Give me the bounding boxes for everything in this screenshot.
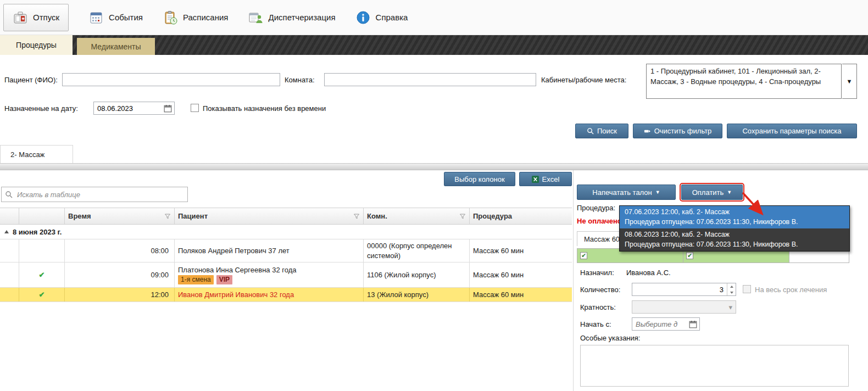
procedure-cell: Массаж 60 мин bbox=[470, 262, 572, 287]
save-search-params-button[interactable]: Сохранить параметры поиска bbox=[727, 124, 857, 138]
tab-medicaments[interactable]: Медикаменты bbox=[77, 38, 155, 55]
choose-columns-button[interactable]: Выбор колонок bbox=[444, 172, 515, 186]
toolbar-item-schedules[interactable]: Расписания bbox=[163, 10, 228, 25]
quantity-input[interactable] bbox=[632, 283, 727, 295]
header-procedure[interactable]: Процедура bbox=[470, 208, 572, 224]
patient-input[interactable] bbox=[62, 73, 280, 86]
toolbar-item-events[interactable]: События bbox=[88, 10, 143, 25]
pay-menu-item[interactable]: 07.06.2023 12:00, каб. 2- Массаж Процеду… bbox=[620, 206, 849, 228]
dispense-icon bbox=[13, 10, 28, 25]
column-label: Время bbox=[68, 212, 91, 220]
toolbar-item-dispense[interactable]: Отпуск bbox=[3, 4, 69, 31]
room-input[interactable] bbox=[324, 73, 536, 86]
button-label: Оплатить bbox=[692, 188, 724, 197]
spinner bbox=[727, 283, 736, 295]
schedules-icon bbox=[163, 10, 178, 25]
collapse-icon[interactable] bbox=[4, 230, 9, 233]
header-time[interactable]: Время bbox=[65, 208, 175, 224]
header-room[interactable]: Комн. bbox=[364, 208, 470, 224]
application-window: Отпуск События Расписания Диспетчеризаци… bbox=[0, 0, 868, 391]
row-indicator-cell bbox=[0, 288, 19, 301]
quantity-stepper[interactable] bbox=[632, 283, 736, 296]
header-indicator-column[interactable] bbox=[0, 208, 19, 224]
full-course-label: На весь срок лечения bbox=[755, 286, 827, 294]
toolbar-item-label: События bbox=[109, 13, 143, 22]
search-icon bbox=[5, 191, 13, 198]
tab-label: Процедуры bbox=[16, 41, 57, 49]
start-date-input[interactable] bbox=[632, 317, 700, 331]
row-indicator-cell bbox=[0, 262, 19, 287]
cabinet-tab-massage[interactable]: 2- Массаж bbox=[0, 145, 73, 163]
date-input[interactable] bbox=[93, 102, 175, 115]
calendar-icon[interactable] bbox=[163, 104, 173, 113]
header-status-column[interactable] bbox=[19, 208, 65, 224]
date-group-row[interactable]: 8 июня 2023 г. bbox=[0, 225, 572, 239]
button-label: Поиск bbox=[597, 127, 617, 135]
vip-badge: VIP bbox=[216, 275, 232, 284]
check-icon: ✔ bbox=[687, 253, 692, 259]
check-icon: ✔ bbox=[581, 253, 586, 259]
table-row[interactable]: 08:00 Поляков Андрей Петрович 37 лет 000… bbox=[0, 239, 572, 262]
time-cell: 12:00 bbox=[65, 288, 175, 301]
pay-menu-item[interactable]: 08.06.2023 12:00, каб. 2- Массаж Процеду… bbox=[620, 228, 849, 251]
button-label: Очистить фильтр bbox=[654, 127, 712, 135]
toolbar-item-help[interactable]: Справка bbox=[355, 10, 408, 25]
help-icon bbox=[355, 10, 371, 25]
special-notes-label: Особые указания: bbox=[580, 334, 640, 342]
pay-button[interactable]: Оплатить ▼ bbox=[681, 185, 743, 200]
filter-funnel-icon[interactable] bbox=[459, 213, 466, 220]
procedure-label: Процедура: bbox=[577, 204, 615, 212]
button-label: Excel bbox=[542, 175, 560, 183]
dispatch-icon bbox=[248, 10, 263, 25]
button-label: Выбор колонок bbox=[454, 175, 504, 183]
header-patient[interactable]: Пациент bbox=[175, 208, 364, 224]
table-search bbox=[1, 187, 188, 202]
check-icon: ✔ bbox=[23, 291, 61, 299]
payment-status: Не оплачено bbox=[577, 217, 622, 225]
toolbar-item-label: Расписания bbox=[183, 13, 228, 22]
button-label: Сохранить параметры поиска bbox=[742, 127, 841, 135]
session-checkbox[interactable]: ✔ bbox=[686, 252, 693, 259]
time-cell: 09:00 bbox=[65, 262, 175, 287]
cabinets-label: Кабинеты/рабочие места: bbox=[541, 76, 626, 84]
full-course-checkbox[interactable] bbox=[743, 285, 751, 293]
table-search-input[interactable] bbox=[16, 190, 184, 199]
room-label: Комната: bbox=[285, 76, 315, 84]
frequency-select[interactable]: ▾ bbox=[632, 300, 736, 314]
chevron-down-icon: ▾ bbox=[728, 303, 732, 311]
filter-funnel-icon[interactable] bbox=[353, 213, 360, 220]
spin-down-icon[interactable] bbox=[727, 289, 736, 295]
assigned-by-label: Назначил: bbox=[580, 269, 614, 277]
cabinets-dropdown-button[interactable]: ▼ bbox=[842, 64, 857, 99]
calendar-icon[interactable] bbox=[688, 320, 698, 328]
table-row[interactable]: ✔ 09:00 Платонова Инна Сергеевна 32 года… bbox=[0, 262, 572, 288]
toolbar-item-dispatch[interactable]: Диспетчеризация bbox=[248, 10, 335, 25]
patient-label: Пациент (ФИО): bbox=[4, 76, 58, 84]
session-checkbox[interactable]: ✔ bbox=[580, 252, 587, 259]
excel-icon bbox=[532, 176, 539, 183]
patient-name: Платонова Инна Сергеевна 32 года bbox=[178, 266, 296, 274]
procedure-cell: Массаж 60 мин bbox=[470, 288, 572, 301]
excel-export-button[interactable]: Excel bbox=[519, 172, 572, 186]
search-button[interactable]: Поиск bbox=[575, 124, 628, 138]
patient-cell: Платонова Инна Сергеевна 32 года 1-я сме… bbox=[175, 262, 364, 287]
spin-up-icon[interactable] bbox=[727, 283, 736, 289]
date-label: Назначенные на дату: bbox=[4, 104, 78, 113]
filter-funnel-icon[interactable] bbox=[164, 213, 171, 220]
print-ticket-button[interactable]: Напечатать талон ▼ bbox=[577, 185, 676, 200]
special-notes-input[interactable] bbox=[580, 345, 849, 387]
menu-item-line1: 07.06.2023 12:00, каб. 2- Массаж bbox=[625, 208, 844, 217]
column-label: Процедура bbox=[473, 212, 512, 220]
table-row-selected[interactable]: ✔ 12:00 Иванов Дмитрий Иванович 32 года … bbox=[0, 288, 572, 302]
tab-label: 2- Массаж bbox=[10, 150, 44, 159]
show-without-time-checkbox[interactable] bbox=[191, 104, 199, 112]
room-cell: 13 (Жилой корпус) bbox=[364, 288, 470, 301]
cabinets-input[interactable]: 1 - Процедурный кабинет, 101 - Лекционны… bbox=[646, 64, 842, 99]
shift-badge: 1-я смена bbox=[178, 275, 214, 284]
group-label: 8 июня 2023 г. bbox=[13, 228, 62, 236]
tab-label: Медикаменты bbox=[91, 42, 141, 51]
tab-procedures[interactable]: Процедуры bbox=[0, 35, 73, 55]
toolbar-item-label: Диспетчеризация bbox=[268, 13, 335, 22]
clear-filter-button[interactable]: Очистить фильтр bbox=[633, 124, 722, 138]
horizontal-splitter[interactable] bbox=[0, 163, 868, 170]
